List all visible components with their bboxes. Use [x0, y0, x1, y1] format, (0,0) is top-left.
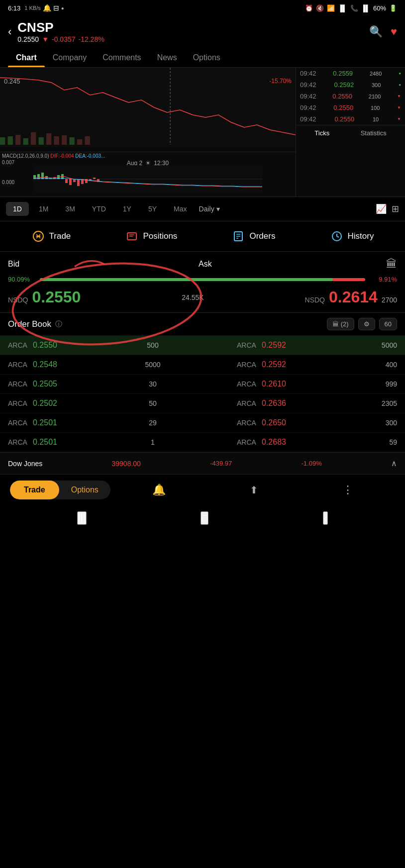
more-button[interactable]: ⋮: [342, 483, 353, 496]
tab-options[interactable]: Options: [185, 49, 228, 67]
positions-icon: [125, 229, 139, 243]
sys-home-button[interactable]: □: [201, 511, 208, 525]
back-button[interactable]: ‹: [8, 25, 11, 38]
macd-bot-val: -0.008: [2, 196, 16, 196]
tab-chart[interactable]: Chart: [8, 49, 45, 67]
orders-icon: [231, 229, 245, 243]
expand-icon[interactable]: ∧: [391, 459, 397, 468]
exchange-filter-button[interactable]: 🏛 (2): [327, 318, 354, 330]
alert-button[interactable]: 🔔: [152, 483, 166, 496]
ticker-price: 0.2550: [17, 35, 39, 43]
order-book-header: Order Book ⓘ 🏛 (2) ⚙ 60: [0, 313, 405, 336]
status-left: 6:13 1 KB/s 🔔 ⊟ ●: [8, 4, 64, 12]
bottom-icons: 🔔 ⬆ ⋮: [110, 483, 395, 496]
more-icon: ⋮: [342, 483, 353, 496]
action-orders[interactable]: Orders: [231, 229, 275, 243]
status-bar: 6:13 1 KB/s 🔔 ⊟ ● ⏰ 🔇 📶 ▐▌ 📞 ▐▌ 60% 🔋: [0, 0, 405, 16]
statistics-tab[interactable]: Statistics: [357, 128, 391, 138]
time-3m[interactable]: 3M: [58, 202, 82, 216]
ask-price: 0.2614: [329, 288, 378, 306]
svg-rect-6: [38, 137, 43, 145]
order-book-row-5[interactable]: ARCA 0.2501 29 ARCA 0.2650 300: [0, 413, 405, 433]
battery-icon: 🔋: [389, 4, 397, 12]
time-5y[interactable]: 5Y: [141, 202, 164, 216]
chart-main[interactable]: 0.245 -15.70% Aug 2 ☀ 12:30: [0, 68, 296, 196]
svg-rect-0: [0, 68, 296, 147]
bank-small-icon: 🏛: [332, 320, 339, 328]
svg-rect-9: [62, 135, 67, 145]
positions-label: Positions: [143, 231, 177, 241]
trade-options-group: Trade Options: [10, 481, 110, 499]
header: ‹ CNSP 0.2550 ▼ -0.0357 -12.28% 🔍 ♥: [0, 16, 405, 49]
history-icon: [330, 229, 344, 243]
tick-row-4: 09:42 0.2550 100 ▼: [296, 102, 405, 113]
call-icon: 📞: [350, 4, 358, 12]
bottom-nav: Trade Options 🔔 ⬆ ⋮: [0, 474, 405, 505]
bank-icon[interactable]: 🏛: [386, 258, 397, 271]
signal-icon: ▐▌: [338, 4, 347, 12]
grid-chart-icon[interactable]: ⊞: [392, 203, 399, 214]
action-positions[interactable]: Positions: [125, 229, 177, 243]
svg-rect-25: [69, 179, 72, 185]
search-icon[interactable]: 🔍: [369, 25, 383, 38]
sys-menu-button[interactable]: |||: [77, 511, 87, 525]
bottom-options-button[interactable]: Options: [59, 481, 110, 499]
ticker-info: CNSP 0.2550 ▼ -0.0357 -12.28%: [17, 20, 363, 43]
history-label: History: [348, 231, 374, 241]
order-book-row-2[interactable]: ARCA 0.2548 5000 ARCA 0.2592 400: [0, 355, 405, 375]
time-ytd[interactable]: YTD: [85, 202, 113, 216]
qr-icon: ⊟: [53, 4, 59, 12]
time-max[interactable]: Max: [167, 202, 194, 216]
lot-size-button[interactable]: 60: [379, 318, 397, 330]
home-icon: □: [202, 512, 207, 523]
bid-ask-bar: 90.09% 9.91%: [8, 276, 397, 283]
svg-rect-31: [93, 178, 96, 179]
svg-rect-2: [7, 136, 12, 145]
status-time: 6:13: [8, 4, 20, 12]
ask-volume: 2700: [382, 296, 397, 304]
order-book-section: Order Book ⓘ 🏛 (2) ⚙ 60 ARCA 0.2550 500 …: [0, 313, 405, 452]
sys-back-button[interactable]: ‹: [323, 511, 328, 525]
tick-row-2: 09:42 0.2592 300 ●: [296, 79, 405, 91]
chart-price-label: 0.245: [4, 78, 20, 85]
order-book-row-1[interactable]: ARCA 0.2550 500 ARCA 0.2592 5000: [0, 336, 405, 355]
signal2-icon: ▐▌: [361, 4, 370, 12]
mute-icon: 🔇: [316, 4, 324, 12]
order-book-label: Order Book: [8, 319, 51, 329]
ticks-panel: 09:42 0.2559 2480 ● 09:42 0.2592 300 ● 0…: [296, 68, 405, 196]
tick-row-3: 09:42 0.2550 2100 ▼: [296, 91, 405, 102]
ticker-price-row: 0.2550 ▼ -0.0357 -12.28%: [17, 35, 363, 43]
order-book-row-4[interactable]: ARCA 0.2502 50 ARCA 0.2636 2305: [0, 394, 405, 413]
time-1d[interactable]: 1D: [6, 202, 29, 216]
svg-rect-10: [69, 137, 74, 145]
status-right: ⏰ 🔇 📶 ▐▌ 📞 ▐▌ 60% 🔋: [305, 4, 397, 12]
ask-price-group: NSDQ 0.2614 2700: [305, 288, 397, 306]
bottom-trade-button[interactable]: Trade: [10, 481, 59, 499]
tick-row-5: 09:42 0.2550 10 ▼: [296, 113, 405, 125]
ticks-tab[interactable]: Ticks: [310, 128, 333, 138]
macd-section: MACD(12.0,26.0,9.0) DIF:-0.004 DEA:-0.00…: [0, 152, 296, 196]
tab-company[interactable]: Company: [45, 49, 95, 67]
tab-news[interactable]: News: [149, 49, 185, 67]
action-trade[interactable]: Trade: [31, 229, 71, 243]
info-icon: ⓘ: [55, 320, 62, 329]
filter-button[interactable]: ⚙: [358, 318, 375, 330]
order-book-row-3[interactable]: ARCA 0.2505 30 ARCA 0.2610 999: [0, 375, 405, 394]
action-bar: Trade Positions Orders: [0, 221, 405, 252]
dj-name: Dow Jones: [8, 460, 42, 468]
order-book-row-6[interactable]: ARCA 0.2501 1 ARCA 0.2683 59: [0, 433, 405, 452]
ticker-arrow: ▼: [42, 35, 49, 43]
daily-dropdown[interactable]: Daily ▾: [199, 205, 220, 213]
action-history[interactable]: History: [330, 229, 374, 243]
tab-comments[interactable]: Comments: [95, 49, 149, 67]
ticker-change: -0.0357: [52, 35, 75, 43]
line-chart-icon[interactable]: 📈: [376, 203, 387, 214]
dj-change: -439.97: [210, 460, 232, 467]
share-button[interactable]: ⬆: [250, 483, 258, 496]
time-1y[interactable]: 1Y: [116, 202, 138, 216]
time-1m[interactable]: 1M: [32, 202, 55, 216]
tick-row-1: 09:42 0.2559 2480 ●: [296, 68, 405, 79]
orders-label: Orders: [249, 231, 275, 241]
favorite-icon[interactable]: ♥: [391, 25, 397, 38]
bid-exchange: NSDQ: [8, 296, 28, 304]
